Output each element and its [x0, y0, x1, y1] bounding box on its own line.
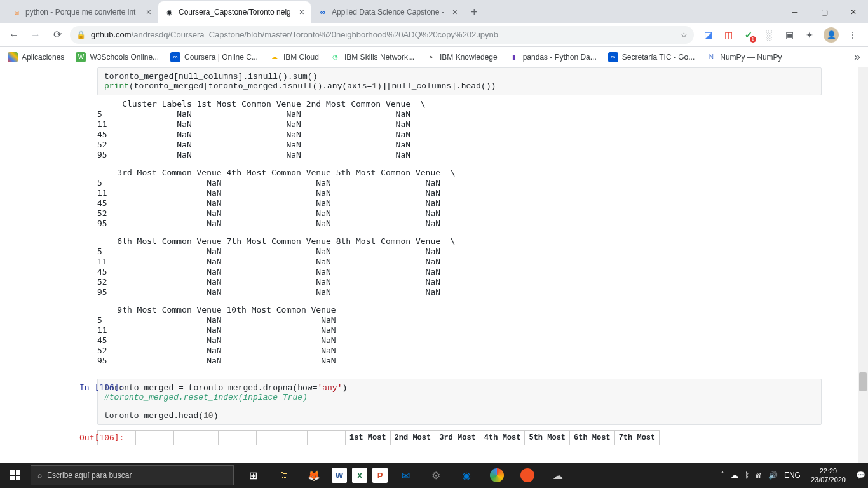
- maximize-button[interactable]: ▢: [810, 1, 839, 23]
- table-header: [136, 431, 174, 445]
- svg-rect-3: [16, 476, 20, 480]
- bookmark-item[interactable]: ☁IBM Cloud: [269, 52, 319, 62]
- browser-tab[interactable]: ◉ Coursera_Capstone/Toronto neig ×: [158, 1, 311, 23]
- volume-icon[interactable]: 🔊: [768, 471, 778, 480]
- output-table: 1st Most 2nd Most 3rd Most 4th Most 5th …: [97, 430, 822, 445]
- windows-taskbar: ⌕ Escribe aquí para buscar ⊞ 🗂 🦊 W X P ✉…: [0, 463, 868, 488]
- table-header: 7th Most: [614, 431, 660, 445]
- bookmark-icon: ∞: [608, 52, 618, 62]
- menu-icon[interactable]: ⋮: [846, 29, 859, 41]
- close-icon[interactable]: ×: [299, 7, 304, 17]
- table-header: [308, 431, 346, 445]
- bookmark-icon: ▮: [509, 52, 519, 62]
- tab-title: python - Porque me convierte int: [25, 8, 144, 17]
- close-window-button[interactable]: ✕: [839, 1, 868, 23]
- extension-icon[interactable]: ✔1: [742, 29, 755, 41]
- browser-tab[interactable]: ⧇ python - Porque me convierte int ×: [5, 1, 158, 23]
- bookmark-item[interactable]: ▮pandas - Python Da...: [509, 52, 597, 62]
- minimize-button[interactable]: ─: [780, 1, 810, 23]
- system-tray: ˄ ☁ ᛒ ⋒ 🔊 ENG 22:29 23/07/2020 💬: [721, 466, 868, 484]
- output-prompt: Out[106]:: [79, 433, 124, 442]
- start-button[interactable]: [0, 463, 31, 488]
- taskbar-search[interactable]: ⌕ Escribe aquí para buscar: [31, 465, 234, 485]
- notifications-icon[interactable]: 💬: [856, 471, 865, 480]
- url-text: github.com/andresdq/Coursera_Capstone/bl…: [91, 30, 498, 39]
- bookmark-item[interactable]: ∞Coursera | Online C...: [170, 52, 258, 62]
- language-indicator[interactable]: ENG: [784, 471, 801, 480]
- forward-button[interactable]: →: [27, 26, 44, 44]
- bookmark-item[interactable]: ⋄IBM Knowledege: [426, 52, 498, 62]
- browser-tab-strip: ⧇ python - Porque me convierte int × ◉ C…: [0, 0, 868, 23]
- code-cell: toronto_merged[null_columns].isnull().su…: [97, 67, 822, 95]
- vertical-scrollbar[interactable]: [858, 67, 868, 463]
- table-header: [257, 431, 308, 445]
- coursera-icon: ∞: [318, 7, 328, 17]
- bookmark-icon: ◔: [330, 52, 341, 62]
- table-header: 1st Most: [346, 431, 391, 445]
- back-button[interactable]: ←: [5, 26, 23, 44]
- settings-icon[interactable]: ⚙: [423, 463, 449, 488]
- extension-icon[interactable]: ◪: [702, 29, 714, 41]
- scrollbar-thumb[interactable]: [859, 372, 867, 391]
- bookmark-icon: ☁: [269, 52, 280, 62]
- word-icon[interactable]: W: [332, 468, 347, 483]
- taskbar-clock[interactable]: 22:29 23/07/2020: [807, 466, 850, 484]
- address-bar: ← → ⟳ 🔒 github.com/andresdq/Coursera_Cap…: [0, 23, 868, 47]
- bookmark-icon: ⋄: [426, 52, 436, 62]
- file-explorer-icon[interactable]: 🗂: [271, 463, 296, 488]
- wifi-icon[interactable]: ⋒: [756, 471, 762, 480]
- powerpoint-icon[interactable]: P: [372, 468, 388, 483]
- page-content: toronto_merged[null_columns].isnull().su…: [0, 67, 868, 463]
- bookmark-item[interactable]: ◔IBM Skills Network...: [330, 52, 414, 62]
- onedrive-icon[interactable]: ☁: [731, 471, 738, 480]
- extension-icon[interactable]: ░: [763, 29, 775, 41]
- extension-icon[interactable]: ▣: [783, 29, 796, 41]
- table-header: 2nd Most: [390, 431, 435, 445]
- output-text: 6th Most Common Venue 7th Most Common Ve…: [97, 233, 822, 301]
- svg-rect-0: [10, 470, 15, 475]
- bookmark-icon: W: [76, 52, 86, 62]
- apps-icon: [8, 52, 18, 62]
- chrome-icon[interactable]: [484, 463, 510, 488]
- bookmark-item[interactable]: NNumPy — NumPy: [706, 52, 782, 62]
- output-text: 3rd Most Common Venue 4th Most Common Ve…: [97, 164, 822, 233]
- code-cell: toronto_merged = toronto_merged.dropna(h…: [97, 379, 822, 425]
- bookmarks-overflow[interactable]: »: [854, 50, 860, 64]
- badge: 1: [750, 36, 756, 43]
- excel-icon[interactable]: X: [352, 468, 367, 483]
- bluetooth-icon[interactable]: ᛒ: [745, 471, 749, 480]
- cloud-icon[interactable]: ☁: [545, 463, 571, 488]
- apps-button[interactable]: Aplicaciones: [8, 52, 64, 62]
- tray-chevron-icon[interactable]: ˄: [721, 471, 724, 480]
- table-header: 4th Most: [480, 431, 525, 445]
- edge-icon[interactable]: ◉: [454, 463, 479, 488]
- svg-rect-1: [16, 470, 20, 475]
- bookmark-icon: N: [706, 52, 716, 62]
- table-header: 6th Most: [570, 431, 615, 445]
- input-prompt: In [106]:: [79, 383, 124, 392]
- extensions-puzzle-icon[interactable]: ✦: [803, 29, 816, 41]
- firefox-icon[interactable]: 🦊: [301, 463, 327, 488]
- extension-icon[interactable]: ◫: [722, 29, 735, 41]
- tab-title: Coursera_Capstone/Toronto neig: [179, 8, 297, 17]
- profile-avatar[interactable]: 👤: [824, 27, 839, 43]
- output-text: Cluster Labels 1st Most Common Venue 2nd…: [97, 95, 822, 164]
- table-header: 5th Most: [525, 431, 570, 445]
- github-icon: ◉: [165, 7, 175, 17]
- mail-icon[interactable]: ✉: [393, 463, 418, 488]
- reload-button[interactable]: ⟳: [48, 26, 66, 44]
- bookmark-item[interactable]: ∞Secretaría TIC - Go...: [608, 52, 695, 62]
- omnibox[interactable]: 🔒 github.com/andresdq/Coursera_Capstone/…: [70, 26, 694, 44]
- close-icon[interactable]: ×: [146, 7, 151, 17]
- task-view-button[interactable]: ⊞: [240, 463, 266, 488]
- browser-tab[interactable]: ∞ Applied Data Science Capstone - ×: [311, 1, 464, 23]
- stackoverflow-icon: ⧇: [11, 7, 22, 17]
- chrome-canary-icon[interactable]: [515, 463, 540, 488]
- new-tab-button[interactable]: +: [465, 2, 484, 23]
- bookmark-item[interactable]: WW3Schools Online...: [76, 52, 159, 62]
- bookmark-icon: ∞: [170, 52, 180, 62]
- output-text: 9th Most Common Venue 10th Most Common V…: [97, 301, 822, 370]
- close-icon[interactable]: ×: [452, 7, 458, 17]
- search-icon: ⌕: [37, 471, 42, 480]
- star-icon[interactable]: ☆: [681, 30, 688, 39]
